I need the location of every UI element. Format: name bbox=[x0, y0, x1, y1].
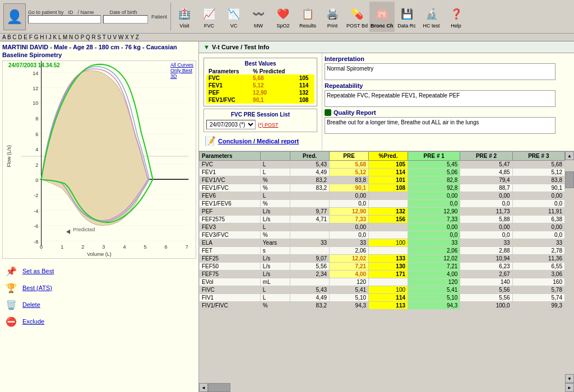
scrollbar-track bbox=[565, 160, 574, 374]
best-ats-label: Best (ATS) bbox=[22, 284, 52, 291]
table-row: FIV1 L 4,49 5,10 114 5,10 5,56 5,74 bbox=[200, 294, 565, 302]
best-ats-icon: 🏆 bbox=[3, 281, 19, 295]
scroll-right-button[interactable]: ► bbox=[565, 383, 574, 392]
conclusion-button[interactable]: 📝 Conclusion / Medical report bbox=[203, 134, 317, 147]
cell-pre2: 2,67 bbox=[460, 270, 512, 278]
results-button[interactable]: 📋 Results bbox=[295, 2, 320, 32]
cell-unit: L bbox=[260, 286, 290, 294]
cell-pct bbox=[369, 247, 408, 255]
delete-icon: 🗑️ bbox=[3, 298, 19, 311]
vt-collapse-arrow[interactable]: ▼ bbox=[203, 44, 210, 50]
session-row: 24/07/2003 (*) (*) POST bbox=[206, 120, 314, 129]
hscroll-track bbox=[208, 383, 565, 392]
exclude-button[interactable]: ⛔ Exclude bbox=[2, 314, 196, 329]
cell-pre3: 5,74 bbox=[512, 294, 564, 302]
bv-row-fev1: FEV1 5,12 114 bbox=[206, 82, 314, 89]
bronc-ch-button[interactable]: 🫁 Bronc Ch bbox=[369, 2, 395, 32]
cell-unit: L/s bbox=[260, 255, 290, 263]
bv-fev1-pct: 114 bbox=[297, 82, 314, 89]
bv-fev1fvc-pct: 108 bbox=[297, 96, 314, 104]
dob-label: Date of birth bbox=[110, 10, 137, 15]
svg-text:4: 4 bbox=[35, 147, 38, 152]
delete-button[interactable]: 🗑️ Delete bbox=[2, 297, 196, 312]
cell-pre: 0,0 bbox=[330, 231, 369, 239]
th-pctpred: %Pred. bbox=[369, 152, 408, 161]
flow-volume-chart: 14 12 10 8 6 4 2 0 -2 bbox=[15, 61, 195, 251]
all-curves-link[interactable]: All Curves bbox=[170, 62, 193, 68]
mw-icon: 〰️ bbox=[249, 5, 267, 23]
table-row: FEF2575 L/s 4,71 7,33 156 7,33 5,88 6,38 bbox=[200, 216, 565, 223]
patient-name-input[interactable]: MARTINI DAVID bbox=[28, 15, 101, 24]
cell-pre1: 2,06 bbox=[408, 247, 460, 255]
fvc-button[interactable]: 📈 FVC bbox=[197, 2, 221, 32]
help-button[interactable]: ❓ Help bbox=[444, 2, 469, 32]
right-content: ▼ V-t Curve / Test Info Best Values Para… bbox=[199, 41, 574, 392]
cell-pred bbox=[290, 200, 330, 208]
patient-dob-input[interactable]: 06/05/1975 bbox=[103, 15, 148, 24]
vertical-scrollbar[interactable]: ▲ ▼ bbox=[565, 151, 574, 383]
cell-pre: 2,06 bbox=[330, 247, 369, 255]
bv-pef-pct: 132 bbox=[297, 89, 314, 96]
cell-pct: 171 bbox=[369, 270, 408, 278]
svg-text:12: 12 bbox=[33, 86, 38, 91]
session-select[interactable]: 24/07/2003 (*) bbox=[206, 120, 256, 129]
data-rc-button[interactable]: 💾 Data Rc bbox=[395, 2, 419, 32]
cell-pre2: 79,4 bbox=[460, 176, 512, 184]
visit-button[interactable]: 🏥 Visit bbox=[172, 2, 197, 32]
horizontal-scrollbar[interactable]: ◄ ► bbox=[199, 383, 574, 392]
params-table-wrapper[interactable]: Parameters Pred. PRE %Pred. PRE # 1 PRE … bbox=[199, 151, 565, 383]
cell-pct: 105 bbox=[369, 161, 408, 169]
cell-param: FEV1/VC bbox=[200, 176, 261, 184]
table-row: FEV3/FVC % 0,0 0,0 0,0 0,0 bbox=[200, 231, 565, 239]
scroll-up-button[interactable]: ▲ bbox=[565, 151, 574, 160]
scroll-down-button[interactable]: ▼ bbox=[565, 374, 574, 383]
best-ats-button[interactable]: 🏆 Best (ATS) bbox=[2, 280, 196, 296]
post-bd-button[interactable]: 💊 POST Bd bbox=[345, 2, 369, 32]
cell-pred: 2,34 bbox=[290, 270, 330, 278]
spo2-button[interactable]: ❤️ SpO2 bbox=[271, 2, 295, 32]
cell-pred bbox=[290, 247, 330, 255]
only-best-link[interactable]: Only Best bbox=[170, 68, 193, 73]
exclude-icon: ⛔ bbox=[3, 315, 19, 328]
cell-param: FET bbox=[200, 247, 261, 255]
mw-button[interactable]: 〰️ MW bbox=[246, 2, 271, 32]
print-button[interactable]: 🖨️ Print bbox=[320, 2, 345, 32]
cell-param: FEF2575 bbox=[200, 216, 261, 223]
left-panel: MARTINI DAVID - Male - Age 28 - 180 cm -… bbox=[0, 41, 199, 392]
cell-unit: L/s bbox=[260, 208, 290, 216]
cell-pre: 0,0 bbox=[330, 200, 369, 208]
cell-pre: 7,33 bbox=[330, 216, 369, 223]
cell-unit: L bbox=[260, 192, 290, 200]
scrollbar-thumb[interactable] bbox=[565, 171, 574, 188]
post-bd-label: POST Bd bbox=[346, 23, 368, 29]
interpretation-title: Interpretation bbox=[325, 55, 556, 62]
cell-pre1: 0,00 bbox=[408, 192, 460, 200]
th-pre1: PRE # 1 bbox=[408, 152, 460, 161]
cell-pre: 5,41 bbox=[330, 286, 369, 294]
svg-text:2: 2 bbox=[81, 244, 84, 250]
cell-pct bbox=[369, 223, 408, 231]
three-d-link[interactable]: 3D bbox=[170, 73, 193, 79]
cell-pre3: 11,36 bbox=[512, 255, 564, 263]
cell-pct: 114 bbox=[369, 294, 408, 302]
session-post-button[interactable]: (*) POST bbox=[258, 122, 279, 128]
table-row: PEF L/s 9,77 12,90 132 12,90 11,73 11,91 bbox=[200, 208, 565, 216]
vc-button[interactable]: 📉 VC bbox=[221, 2, 246, 32]
vc-label: VC bbox=[230, 23, 238, 29]
chart-links: All Curves Only Best 3D bbox=[170, 62, 193, 79]
table-row: EVol mL 120 120 140 160 bbox=[200, 278, 565, 286]
cell-unit: % bbox=[260, 302, 290, 310]
set-as-best-button[interactable]: 📌 Set as Best bbox=[2, 263, 196, 279]
results-icon: 📋 bbox=[299, 5, 317, 23]
interpretation-value: Normal Spirometry bbox=[327, 66, 373, 72]
cell-pred: 9,77 bbox=[290, 208, 330, 216]
cell-unit: % bbox=[260, 231, 290, 239]
hc-test-button[interactable]: 🔬 HC test bbox=[419, 2, 444, 32]
vt-title: V-t Curve / Test Info bbox=[212, 44, 269, 50]
cell-pct: 133 bbox=[369, 255, 408, 263]
hc-test-icon: 🔬 bbox=[423, 5, 441, 23]
data-rc-icon: 💾 bbox=[398, 5, 416, 23]
scroll-left-button[interactable]: ◄ bbox=[199, 383, 208, 392]
cell-pre3: 6,38 bbox=[512, 216, 564, 223]
hscroll-thumb[interactable] bbox=[208, 383, 230, 392]
